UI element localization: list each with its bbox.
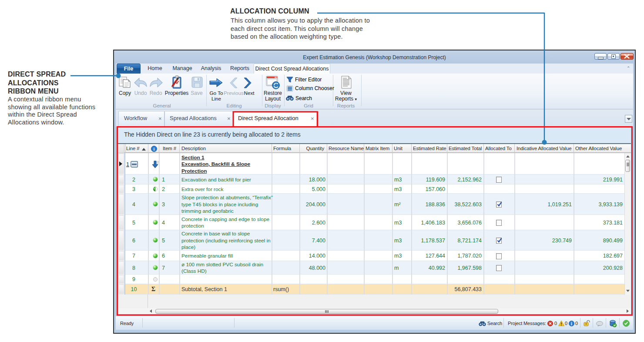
svg-text:i: i — [154, 147, 155, 151]
